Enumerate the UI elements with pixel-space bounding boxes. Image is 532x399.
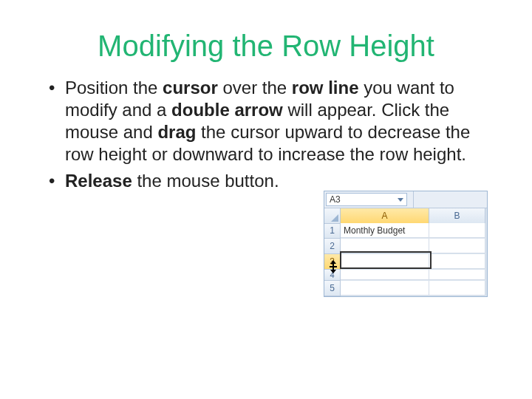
table-row: 3	[324, 254, 487, 270]
cell[interactable]	[341, 254, 429, 269]
excel-screenshot: A3 A B 1Monthly Budget2345	[324, 191, 488, 297]
table-row: 2	[324, 239, 487, 254]
text: over the	[218, 78, 292, 98]
cell[interactable]	[341, 239, 429, 253]
column-header-b[interactable]: B	[429, 208, 485, 224]
row-header[interactable]: 4	[324, 270, 341, 281]
text: Position the	[65, 78, 163, 98]
row-header[interactable]: 2	[324, 239, 341, 254]
grid-rows: 1Monthly Budget2345	[324, 223, 487, 296]
cell[interactable]	[429, 270, 485, 280]
cell[interactable]	[429, 254, 485, 269]
row-header[interactable]: 3	[324, 254, 341, 270]
formula-bar-row: A3	[324, 191, 487, 208]
name-box[interactable]: A3	[326, 193, 407, 206]
bullet-item: Release the mouse button.	[44, 170, 488, 192]
row-header[interactable]: 1	[324, 223, 341, 239]
table-row: 1Monthly Budget	[324, 223, 487, 239]
select-all-corner[interactable]	[324, 208, 341, 224]
bullet-list: Position the cursor over the row line yo…	[44, 77, 488, 192]
bold-text: double arrow	[171, 100, 283, 120]
bullet-item: Position the cursor over the row line yo…	[44, 77, 488, 166]
column-header-a[interactable]: A	[341, 208, 429, 224]
bold-text: cursor	[163, 78, 218, 98]
column-headers: A B	[324, 208, 487, 223]
name-box-value: A3	[330, 194, 341, 205]
slide: Modifying the Row Height Position the cu…	[0, 0, 532, 399]
formula-bar[interactable]	[409, 191, 487, 208]
divider	[413, 191, 414, 208]
table-row: 4	[324, 270, 487, 281]
cell[interactable]: Monthly Budget	[341, 223, 429, 238]
text: the mouse button.	[132, 171, 279, 191]
cell[interactable]	[429, 239, 485, 253]
row-header[interactable]: 5	[324, 281, 341, 296]
table-row: 5	[324, 281, 487, 296]
cell[interactable]	[341, 281, 429, 296]
dropdown-icon[interactable]	[398, 198, 403, 202]
slide-title: Modifying the Row Height	[44, 30, 488, 62]
cell[interactable]	[429, 223, 485, 238]
bold-text: row line	[292, 78, 359, 98]
slide-body: Position the cursor over the row line yo…	[44, 77, 488, 192]
bold-text: drag	[157, 122, 196, 142]
cell[interactable]	[429, 281, 485, 296]
bold-text: Release	[65, 171, 132, 191]
cell[interactable]	[341, 270, 429, 280]
